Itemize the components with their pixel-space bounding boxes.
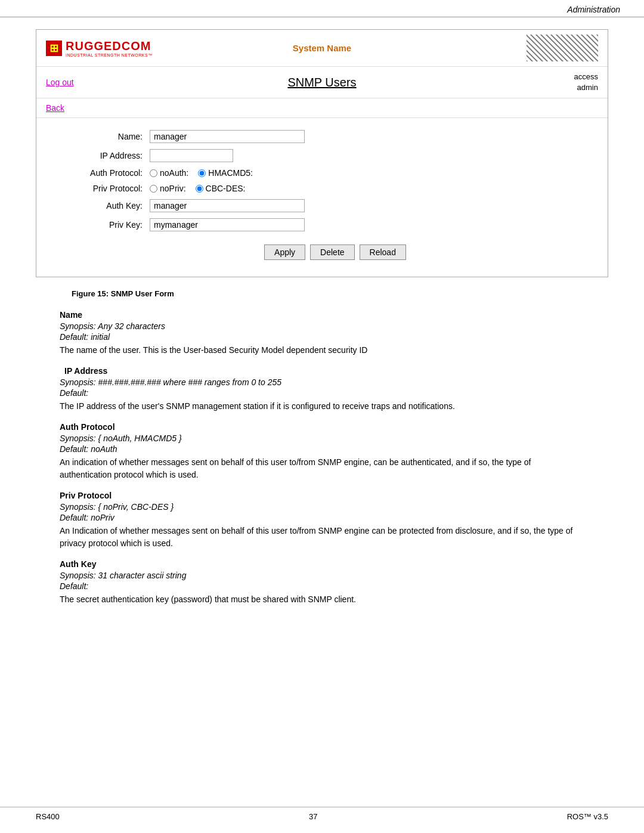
auth-key-row: Auth Key: [72, 199, 598, 212]
doc-section-auth-key: Auth Key Synopsis: 31 character ascii st… [36, 559, 608, 606]
nav-left: Log out [46, 78, 74, 87]
footer-right: ROS™ v3.5 [567, 812, 608, 821]
logo-main-text: RUGGEDCOM [66, 39, 153, 53]
doc-section-auth-protocol: Auth Protocol Synopsis: { noAuth, HMACMD… [36, 422, 608, 481]
priv-protocol-row: Priv Protocol: noPriv: CBC-DES: [72, 184, 598, 193]
doc-title-auth-key: Auth Key [60, 559, 584, 569]
doc-body-priv-protocol: An Indication of whether messages sent o… [60, 525, 584, 550]
doc-title-auth-protocol: Auth Protocol [60, 422, 584, 432]
auth-protocol-label: Auth Protocol: [72, 168, 150, 178]
name-label: Name: [72, 132, 150, 141]
doc-synopsis-ip-address: Synopsis: ###.###.###.### where ### rang… [60, 377, 584, 387]
logout-link[interactable]: Log out [46, 78, 74, 87]
name-input[interactable] [150, 130, 305, 143]
apply-button[interactable]: Apply [264, 244, 305, 260]
buttons-row: Apply Delete Reload [72, 237, 598, 265]
priv-nopriv-label: noPriv: [160, 184, 186, 193]
auth-protocol-radio-group: noAuth: HMACMD5: [150, 168, 253, 178]
logo-area: ⊞ RUGGEDCOM INDUSTRIAL STRENGTH NETWORKS… [46, 39, 153, 57]
doc-default-auth-protocol: Default: noAuth [60, 444, 584, 454]
doc-title-name: Name [60, 310, 584, 320]
priv-nopriv-radio[interactable] [150, 185, 157, 193]
reload-button[interactable]: Reload [360, 244, 406, 260]
doc-synopsis-priv-protocol: Synopsis: { noPriv, CBC-DES } [60, 502, 584, 512]
priv-cbcdes-option: CBC-DES: [196, 184, 246, 193]
doc-default-auth-key: Default: [60, 581, 584, 591]
ip-input[interactable] [150, 149, 233, 162]
doc-section-ip-address: IP Address Synopsis: ###.###.###.### whe… [36, 366, 608, 413]
auth-hmacmd5-label: HMACMD5: [208, 168, 253, 178]
name-row: Name: [72, 130, 598, 143]
doc-body-auth-protocol: An indication of whether messages sent o… [60, 456, 584, 481]
delete-button[interactable]: Delete [310, 244, 354, 260]
doc-default-ip-address: Default: [60, 388, 584, 398]
priv-protocol-label: Priv Protocol: [72, 184, 150, 193]
priv-cbcdes-radio[interactable] [196, 185, 203, 193]
priv-key-row: Priv Key: [72, 218, 598, 231]
footer-center: 37 [309, 812, 317, 821]
figure-caption: Figure 15: SNMP User Form [36, 289, 608, 298]
panel-nav: Log out SNMP Users access admin [36, 67, 608, 98]
logo-icon: ⊞ [49, 43, 58, 54]
priv-cbcdes-label: CBC-DES: [206, 184, 246, 193]
administration-title: Administration [567, 5, 620, 14]
auth-protocol-row: Auth Protocol: noAuth: HMACMD5: [72, 168, 598, 178]
ip-label: IP Address: [72, 151, 150, 160]
logo-text: RUGGEDCOM INDUSTRIAL STRENGTH NETWORKS™ [66, 39, 153, 57]
page-header: Administration [0, 0, 644, 17]
auth-hmacmd5-option: HMACMD5: [198, 168, 253, 178]
auth-hmacmd5-radio[interactable] [198, 169, 206, 177]
auth-key-input[interactable] [150, 199, 305, 212]
doc-default-name: Default: initial [60, 332, 584, 342]
footer-left: RS400 [36, 812, 60, 821]
doc-synopsis-name: Synopsis: Any 32 characters [60, 321, 584, 331]
panel-header: ⊞ RUGGEDCOM INDUSTRIAL STRENGTH NETWORKS… [36, 30, 608, 67]
back-link[interactable]: Back [46, 103, 64, 113]
priv-nopriv-option: noPriv: [150, 184, 186, 193]
figure-caption-text: Figure 15: SNMP User Form [72, 289, 174, 298]
auth-noauth-radio[interactable] [150, 169, 157, 177]
back-row: Back [36, 98, 608, 118]
page-title: SNMP Users [287, 76, 356, 89]
main-content: ⊞ RUGGEDCOM INDUSTRIAL STRENGTH NETWORKS… [0, 17, 644, 627]
access-info: access admin [574, 72, 598, 93]
doc-body-name: The name of the user. This is the User-b… [60, 344, 584, 357]
priv-key-input[interactable] [150, 218, 305, 231]
doc-title-priv-protocol: Priv Protocol [60, 491, 584, 500]
priv-protocol-radio-group: noPriv: CBC-DES: [150, 184, 245, 193]
access-role: admin [577, 83, 598, 92]
access-label: access [574, 72, 598, 81]
doc-title-ip-address: IP Address [60, 366, 584, 376]
form-area: Name: IP Address: Auth Protocol: noAuth: [36, 118, 608, 277]
auth-noauth-option: noAuth: [150, 168, 188, 178]
logo-box: ⊞ [46, 41, 62, 56]
doc-section-priv-protocol: Priv Protocol Synopsis: { noPriv, CBC-DE… [36, 491, 608, 550]
ip-address-row: IP Address: [72, 149, 598, 162]
priv-key-label: Priv Key: [72, 220, 150, 230]
page-footer: RS400 37 ROS™ v3.5 [0, 807, 644, 821]
hatch-decoration [527, 35, 598, 61]
doc-body-auth-key: The secret authentication key (password)… [60, 593, 584, 606]
browser-panel: ⊞ RUGGEDCOM INDUSTRIAL STRENGTH NETWORKS… [36, 29, 608, 277]
doc-body-ip-address: The IP address of the user's SNMP manage… [60, 400, 584, 413]
logo-sub-text: INDUSTRIAL STRENGTH NETWORKS™ [66, 53, 153, 57]
doc-sections: Name Synopsis: Any 32 characters Default… [36, 310, 608, 606]
auth-key-label: Auth Key: [72, 201, 150, 210]
doc-section-name: Name Synopsis: Any 32 characters Default… [36, 310, 608, 357]
doc-synopsis-auth-protocol: Synopsis: { noAuth, HMACMD5 } [60, 433, 584, 443]
auth-noauth-label: noAuth: [160, 168, 188, 178]
system-name: System Name [293, 43, 351, 53]
doc-default-priv-protocol: Default: noPriv [60, 513, 584, 522]
doc-synopsis-auth-key: Synopsis: 31 character ascii string [60, 571, 584, 580]
